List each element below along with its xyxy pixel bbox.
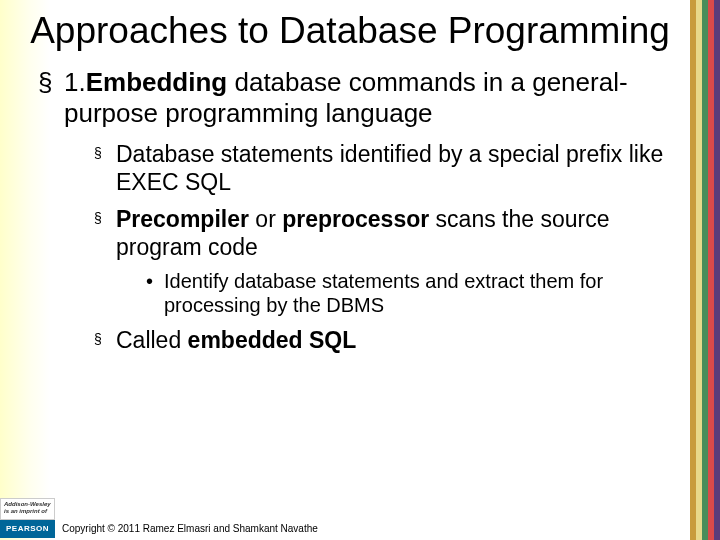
text: is an imprint of xyxy=(4,508,47,514)
logo-brand: PEARSON xyxy=(0,520,55,538)
text-bold: embedded SQL xyxy=(188,327,357,353)
logo-imprint: Addison-Wesley is an imprint of xyxy=(0,498,55,520)
bg-stripes-right xyxy=(690,0,720,540)
text: 1. xyxy=(64,67,86,97)
text: Identify database statements and extract… xyxy=(164,270,603,316)
stripe xyxy=(714,0,720,540)
list-item: Identify database statements and extract… xyxy=(146,269,670,317)
bullet-list-lvl1: 1.Embedding database commands in a gener… xyxy=(30,67,670,355)
list-item: Called embedded SQL xyxy=(94,327,670,355)
list-item: Precompiler or preprocessor scans the so… xyxy=(94,206,670,317)
slide-footer: Addison-Wesley is an imprint of PEARSON … xyxy=(0,498,720,540)
slide-title: Approaches to Database Programming xyxy=(30,10,670,53)
slide-content: Approaches to Database Programming 1.Emb… xyxy=(0,0,690,540)
text-bold: preprocessor xyxy=(282,206,429,232)
text: Called xyxy=(116,327,188,353)
list-item: 1.Embedding database commands in a gener… xyxy=(38,67,670,355)
copyright-text: Copyright © 2011 Ramez Elmasri and Shamk… xyxy=(62,523,318,534)
bullet-list-lvl2: Database statements identified by a spec… xyxy=(64,141,670,355)
text-bold: Embedding xyxy=(86,67,228,97)
text: or xyxy=(249,206,282,232)
text-bold: Precompiler xyxy=(116,206,249,232)
list-item: Database statements identified by a spec… xyxy=(94,141,670,196)
publisher-logo: Addison-Wesley is an imprint of PEARSON xyxy=(0,498,55,540)
text: Database statements identified by a spec… xyxy=(116,141,663,195)
text: Addison-Wesley xyxy=(4,501,51,507)
bullet-list-lvl3: Identify database statements and extract… xyxy=(116,269,670,317)
